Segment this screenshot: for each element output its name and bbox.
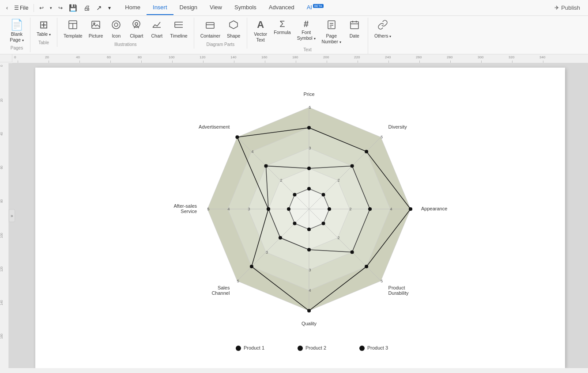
tab-symbols[interactable]: Symbols	[228, 0, 263, 15]
template-label: Template	[64, 33, 83, 39]
svg-rect-3	[92, 21, 100, 28]
blank-page-button[interactable]: 📄 BlankPage ▾	[7, 18, 26, 44]
page-number-button[interactable]: PageNumber ▾	[319, 18, 344, 46]
illustrations-group-label: Illustrations	[114, 42, 137, 47]
canvas-page	[35, 68, 565, 368]
timeline-label: Timeline	[170, 33, 187, 39]
vector-text-label: VectorText	[254, 31, 267, 42]
tab-insert[interactable]: Insert	[147, 0, 173, 15]
font-symbol-icon: #	[304, 19, 309, 28]
file-menu[interactable]: ☰ File	[11, 3, 31, 13]
ribbon-group-text-items: A VectorText Σ Formula # FontSymbol ▾	[251, 18, 364, 46]
ribbon-group-diagram: Container Shape Diagram Parts	[194, 18, 248, 49]
sidebar-toggle[interactable]: »	[9, 209, 15, 222]
tab-view[interactable]: View	[204, 0, 228, 15]
more-button[interactable]: ▾	[106, 3, 113, 13]
clipart-label: Clipart	[130, 33, 143, 39]
icon-icon	[111, 19, 121, 32]
timeline-icon	[173, 19, 184, 32]
others-button[interactable]: Others ▾	[372, 18, 394, 41]
template-icon	[68, 19, 78, 32]
file-label: File	[20, 5, 28, 11]
text-group-label: Text	[303, 47, 311, 52]
ribbon-content: 📄 BlankPage ▾ Pages ⊞ Table ▾ Table	[0, 18, 588, 54]
ribbon-group-others-items: Others ▾	[372, 18, 394, 41]
others-icon	[377, 19, 388, 32]
clipart-button[interactable]: Clipart	[127, 18, 146, 41]
template-button[interactable]: Template	[61, 18, 85, 41]
tab-home[interactable]: Home	[119, 0, 147, 15]
picture-icon	[90, 19, 101, 32]
chart-button[interactable]: Chart	[147, 18, 166, 41]
container-button[interactable]: Container	[198, 18, 223, 41]
ribbon-group-pages: 📄 BlankPage ▾ Pages	[4, 18, 30, 52]
svg-point-7	[135, 23, 138, 25]
shape-label: Shape	[227, 33, 240, 39]
table-group-label: Table	[38, 40, 49, 45]
blank-page-icon: 📄	[10, 19, 23, 30]
date-label: Date	[350, 33, 359, 39]
publish-button[interactable]: ✈ Publish	[550, 3, 584, 13]
undo-arrow[interactable]: ▾	[47, 4, 55, 12]
formula-label: Formula	[274, 30, 291, 35]
menu-tabs: Home Insert Design View Symbols Advanced…	[119, 0, 329, 15]
icon-label: Icon	[112, 33, 121, 39]
vector-text-icon: A	[257, 19, 264, 30]
save-button[interactable]: 💾	[66, 2, 80, 14]
diagram-parts-group-label: Diagram Parts	[206, 42, 234, 47]
shape-icon	[228, 19, 239, 32]
table-label: Table ▾	[37, 31, 51, 37]
publish-icon: ✈	[554, 4, 559, 11]
canvas-area: »	[9, 63, 588, 368]
svg-point-6	[114, 23, 118, 27]
table-icon: ⊞	[39, 19, 48, 30]
publish-label: Publish	[561, 4, 580, 11]
svg-rect-14	[206, 23, 214, 28]
separator	[34, 4, 34, 12]
back-button[interactable]: ‹	[4, 3, 11, 13]
timeline-button[interactable]: Timeline	[167, 18, 190, 41]
chart-icon	[151, 19, 162, 32]
save-icon: 💾	[69, 4, 77, 12]
menu-bar-left: ‹ ☰ File ↩ ▾ ↪ 💾 🖨 ↗ ▾	[4, 2, 113, 14]
icon-button[interactable]: Icon	[106, 18, 126, 41]
font-symbol-button[interactable]: # FontSymbol ▾	[294, 18, 318, 42]
pages-group-label: Pages	[11, 46, 23, 50]
hamburger-icon: ☰	[14, 5, 19, 11]
container-icon	[205, 19, 215, 32]
picture-button[interactable]: Picture	[86, 18, 106, 41]
ribbon-group-pages-items: 📄 BlankPage ▾	[7, 18, 26, 44]
ribbon-group-table: ⊞ Table ▾ Table	[30, 18, 57, 47]
shape-button[interactable]: Shape	[224, 18, 243, 41]
ribbon-group-diagram-items: Container Shape	[198, 18, 244, 41]
tab-design[interactable]: Design	[173, 0, 204, 15]
date-icon	[349, 19, 360, 32]
print-button[interactable]: 🖨	[81, 2, 93, 13]
tab-ai[interactable]: AIBETA	[301, 0, 330, 15]
font-symbol-label: FontSymbol ▾	[297, 30, 316, 41]
menu-bar: ‹ ☰ File ↩ ▾ ↪ 💾 🖨 ↗ ▾ Home Insert Desig…	[0, 0, 588, 16]
date-button[interactable]: Date	[345, 18, 364, 41]
redo-button[interactable]: ↪	[56, 3, 65, 13]
page-number-label: PageNumber ▾	[322, 33, 341, 44]
blank-page-label: BlankPage ▾	[10, 31, 23, 42]
undo-button[interactable]: ↩	[37, 3, 46, 13]
ruler-corner	[0, 54, 12, 62]
picture-label: Picture	[89, 33, 103, 39]
formula-icon: Σ	[279, 19, 285, 28]
ribbon: 📄 BlankPage ▾ Pages ⊞ Table ▾ Table	[0, 16, 588, 54]
export-button[interactable]: ↗	[94, 2, 105, 14]
table-button[interactable]: ⊞ Table ▾	[34, 18, 53, 39]
print-icon: 🖨	[83, 4, 90, 11]
formula-button[interactable]: Σ Formula	[271, 18, 294, 37]
ribbon-group-illustrations: Template Picture	[57, 18, 194, 49]
tab-advanced[interactable]: Advanced	[263, 0, 301, 15]
export-icon: ↗	[96, 4, 102, 12]
horizontal-ruler: 0204060801001201401601802002202402602803…	[12, 54, 588, 63]
svg-rect-16	[328, 21, 335, 29]
ribbon-group-text: A VectorText Σ Formula # FontSymbol ▾	[247, 18, 368, 54]
svg-rect-20	[351, 22, 358, 29]
svg-point-4	[94, 23, 95, 24]
svg-point-5	[112, 21, 120, 29]
vector-text-button[interactable]: A VectorText	[251, 18, 270, 44]
